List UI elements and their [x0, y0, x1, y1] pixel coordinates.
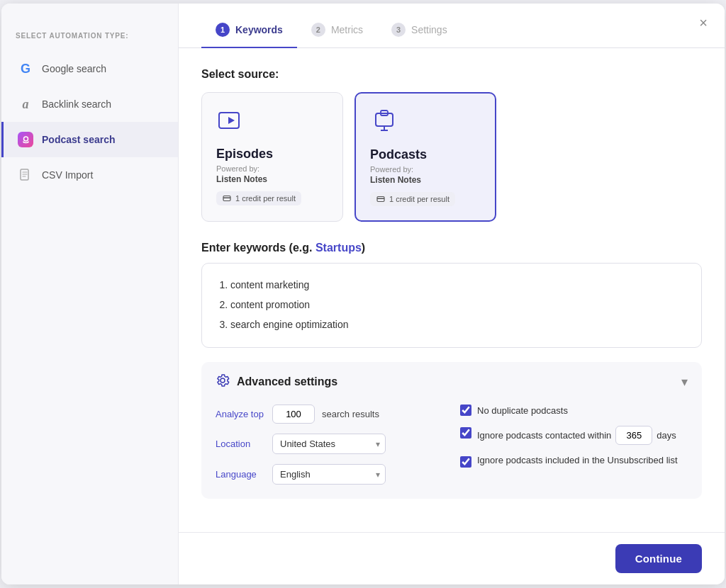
sidebar-item-label: Google search	[42, 63, 106, 74]
ignore-days-input[interactable]	[615, 426, 652, 445]
location-select[interactable]: United States United Kingdom Canada Aust…	[272, 434, 386, 454]
tab-settings-label: Settings	[411, 24, 447, 35]
credit-icon-2	[376, 194, 386, 204]
chevron-down-icon: ▾	[681, 374, 688, 390]
ignore-contacted-checkbox[interactable]	[460, 427, 471, 439]
sidebar-item-csv-import[interactable]: CSV Import	[1, 157, 178, 193]
sidebar-item-backlink-search[interactable]: a Backlink search	[1, 86, 178, 122]
backlink-icon: a	[18, 96, 33, 112]
episodes-credit-badge: 1 credit per result	[216, 191, 301, 205]
sidebar-item-label: Backlink search	[42, 98, 111, 110]
close-button[interactable]: ×	[693, 12, 713, 34]
podcasts-credit-text: 1 credit per result	[389, 195, 449, 203]
no-duplicate-label: No duplicate podcasts	[477, 405, 568, 416]
tab-keywords-number: 1	[216, 23, 230, 37]
podcasts-icon	[370, 108, 400, 137]
google-icon: G	[18, 61, 33, 77]
keywords-example-link[interactable]: Startups	[315, 242, 362, 254]
sidebar-section-label: SELECT AUTOMATION TYPE:	[1, 32, 178, 51]
source-section-label: Select source:	[201, 68, 702, 81]
analyze-top-row: Analyze top search results	[216, 405, 443, 424]
advanced-body: Analyze top search results Location Unit…	[201, 402, 702, 499]
episodes-credit-text: 1 credit per result	[235, 194, 296, 203]
main-content: 1 Keywords 2 Metrics 3 Settings Select s…	[179, 4, 725, 584]
episodes-powered-label: Powered by:	[216, 164, 328, 173]
advanced-settings-title: Advanced settings	[216, 373, 337, 390]
tab-keywords[interactable]: 1 Keywords	[201, 16, 297, 48]
no-duplicate-checkbox[interactable]	[460, 405, 471, 416]
svg-rect-11	[377, 198, 384, 200]
keywords-label: Enter keywords (e.g. Startups)	[201, 242, 702, 254]
ignore-unsubscribed-checkbox[interactable]	[460, 456, 471, 468]
tab-metrics[interactable]: 2 Metrics	[297, 16, 377, 48]
podcast-icon	[18, 132, 33, 147]
sidebar-item-google-search[interactable]: G Google search	[1, 51, 178, 86]
language-label: Language	[216, 469, 265, 480]
source-cards: Episodes Powered by: Listen Notes 1 cred…	[201, 92, 702, 222]
ignore-contacted-row: Ignore podcasts contacted within days	[460, 426, 688, 445]
source-card-podcasts[interactable]: Podcasts Powered by: Listen Notes 1 cred…	[354, 92, 496, 222]
analyze-top-label: Analyze top	[216, 409, 265, 419]
podcasts-title: Podcasts	[370, 147, 481, 162]
advanced-settings: Advanced settings ▾ Analyze top search r…	[201, 362, 702, 499]
gear-icon	[216, 373, 230, 390]
source-card-episodes[interactable]: Episodes Powered by: Listen Notes 1 cred…	[201, 92, 343, 222]
search-results-label: search results	[322, 409, 379, 419]
location-label: Location	[216, 439, 265, 449]
keywords-list: content marketing content promotion sear…	[216, 275, 687, 334]
sidebar-item-label: Podcast search	[42, 134, 116, 145]
settings-right: No duplicate podcasts Ignore podcasts co…	[460, 405, 688, 485]
content-area: Select source: Episodes Powered by: List…	[179, 48, 725, 532]
advanced-settings-header[interactable]: Advanced settings ▾	[201, 362, 702, 402]
episodes-icon	[216, 107, 246, 137]
podcasts-credit-badge: 1 credit per result	[370, 192, 455, 206]
no-duplicate-row: No duplicate podcasts	[460, 405, 688, 416]
podcasts-powered-by: Listen Notes	[370, 175, 481, 185]
svg-point-0	[23, 137, 28, 141]
language-select[interactable]: English Spanish French German	[272, 464, 386, 485]
continue-button[interactable]: Continue	[615, 544, 702, 573]
location-select-wrapper: United States United Kingdom Canada Aust…	[272, 434, 386, 454]
tab-bar: 1 Keywords 2 Metrics 3 Settings	[179, 4, 725, 48]
keyword-item-2: content promotion	[230, 295, 687, 315]
ignore-contacted-label: Ignore podcasts contacted within days	[477, 426, 676, 445]
language-row: Language English Spanish French German	[216, 464, 443, 485]
podcasts-powered-label: Powered by:	[370, 165, 481, 174]
sidebar-item-podcast-search[interactable]: Podcast search	[1, 122, 178, 157]
tab-metrics-label: Metrics	[331, 24, 363, 35]
location-row: Location United States United Kingdom Ca…	[216, 434, 443, 454]
tab-settings-number: 3	[391, 23, 406, 37]
ignore-unsubscribed-row: Ignore podcasts included in the Unsubscr…	[460, 455, 688, 468]
modal: × SELECT AUTOMATION TYPE: G Google searc…	[1, 4, 725, 584]
tab-settings[interactable]: 3 Settings	[377, 16, 462, 48]
tab-keywords-label: Keywords	[235, 24, 283, 35]
language-select-wrapper: English Spanish French German	[272, 464, 386, 485]
footer: Continue	[179, 532, 725, 584]
episodes-powered-by: Listen Notes	[216, 174, 328, 184]
analyze-top-input[interactable]	[272, 405, 315, 424]
credit-icon	[222, 193, 232, 203]
keywords-box[interactable]: content marketing content promotion sear…	[201, 263, 702, 348]
episodes-title: Episodes	[216, 147, 328, 162]
keyword-item-1: content marketing	[230, 275, 687, 295]
sidebar-item-label: CSV Import	[42, 169, 93, 181]
svg-marker-3	[228, 117, 235, 124]
ignore-unsubscribed-label: Ignore podcasts included in the Unsubscr…	[477, 455, 678, 465]
keyword-item-3: search engine optimization	[230, 315, 687, 334]
tab-metrics-number: 2	[311, 23, 325, 37]
advanced-title-text: Advanced settings	[237, 375, 337, 388]
svg-rect-5	[223, 198, 230, 199]
settings-grid: Analyze top search results Location Unit…	[216, 405, 688, 485]
settings-left: Analyze top search results Location Unit…	[216, 405, 443, 485]
sidebar: SELECT AUTOMATION TYPE: G Google search …	[1, 4, 179, 584]
csv-icon	[18, 167, 33, 183]
